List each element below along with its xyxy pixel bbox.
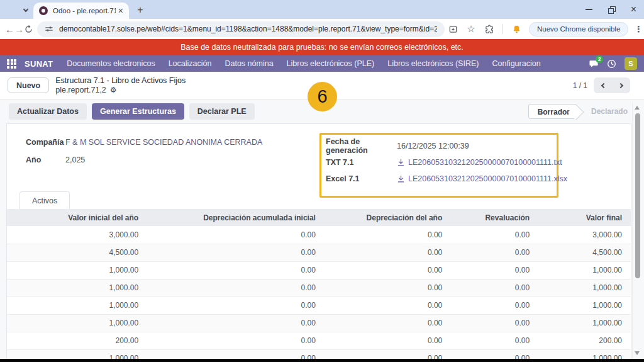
tab-search-chevron-button[interactable] (20, 4, 31, 16)
table-cell: 0.00 (147, 279, 325, 297)
declare-ple-button[interactable]: Declarar PLE (189, 103, 255, 120)
generate-structures-button[interactable]: Generar Estructuras (92, 103, 184, 120)
scrollbar-up-arrow[interactable] (635, 106, 640, 110)
record-subtitle: ple.report.71,2 (55, 86, 106, 95)
menu-configuracion[interactable]: Configuracion (492, 59, 540, 68)
table-cell: 1,000.00 (7, 314, 147, 332)
table-cell: 0.00 (451, 261, 538, 279)
window-minimize-button[interactable] (586, 9, 592, 10)
table-row[interactable]: 1,000.000.000.000.001,000.00 (7, 261, 631, 279)
screen-bottom-edge (0, 359, 644, 362)
table-row[interactable]: 1,000.000.000.000.001,000.00 (7, 297, 631, 314)
table-cell: 0.00 (147, 297, 325, 314)
excel-file-name: LE2060531032120250000070100001111.xlsx (408, 174, 567, 183)
notification-bell-button[interactable] (508, 21, 525, 37)
table-row[interactable]: 1,000.000.000.000.001,000.00 (7, 279, 631, 297)
status-borrador[interactable]: Borrador (528, 104, 576, 119)
user-avatar[interactable]: S (625, 57, 637, 70)
table-cell: 0.00 (325, 297, 451, 314)
chrome-update-button[interactable]: Nuevo Chrome disponible (529, 22, 628, 37)
reload-button[interactable] (24, 21, 33, 37)
col-valor-inicial[interactable]: Valor inicial del año (7, 209, 147, 226)
status-declarado[interactable]: Declarado (591, 107, 628, 116)
browser-tab[interactable]: Odoo - ple.report.71,2 × (33, 3, 129, 19)
table-cell: 1,000.00 (538, 279, 631, 297)
table-header-row: Valor inicial del año Depreciación acumu… (7, 209, 631, 226)
url-bar[interactable]: democontable17.solse.pe/web#cids=1&menu_… (37, 21, 445, 37)
col-revaluacion[interactable]: Revaluación (451, 209, 538, 226)
menu-libros-sire[interactable]: Libros electrónicos (SIRE) (387, 59, 479, 68)
table-cell: 4,500.00 (7, 244, 147, 261)
tab-close-icon[interactable]: × (118, 6, 123, 15)
update-data-button[interactable]: Actualizar Datos (9, 103, 87, 120)
browser-menu-icon[interactable]: ⋮ (633, 24, 644, 34)
toolbar-divider (502, 24, 503, 34)
col-depreciacion-acumulada[interactable]: Depreciación acumulada inicial (147, 209, 325, 226)
menu-libros-ple[interactable]: Libros electrónicos (PLE) (287, 59, 375, 68)
site-settings-icon[interactable] (45, 25, 53, 33)
test-db-banner: Base de datos neutralizada para pruebas:… (0, 39, 644, 55)
table-row[interactable]: 200.000.000.000.00200.00 (7, 332, 631, 349)
install-icon (448, 25, 458, 34)
table-cell: 1,000.00 (538, 297, 631, 314)
table-cell: 0.00 (325, 226, 451, 244)
chevron-left-icon (601, 82, 606, 88)
txt-file-label: TXT 7.1 (326, 158, 397, 167)
scrollbar-down-arrow[interactable] (635, 351, 640, 355)
scrollbar-thumb[interactable] (635, 113, 640, 278)
table-cell: 0.00 (325, 314, 451, 332)
forward-button[interactable]: → (14, 21, 24, 37)
odoo-favicon-icon (39, 6, 48, 15)
window-restore-button[interactable] (608, 6, 615, 13)
settings-gear-icon[interactable]: ⚙ (110, 86, 117, 94)
navbar-systray: 2 S (589, 57, 637, 70)
company-value[interactable]: F & M SOL SERVICE SOCIEDAD ANONIMA CERRA… (65, 138, 262, 147)
menu-localizacion[interactable]: Localización (169, 59, 212, 68)
year-label: Año (26, 156, 61, 164)
table-cell: 0.00 (451, 226, 538, 244)
pager-next-button[interactable] (612, 77, 630, 93)
window-close-button[interactable]: × (631, 4, 636, 14)
vertical-scrollbar[interactable] (632, 102, 641, 359)
apps-grid-icon[interactable] (7, 59, 16, 69)
pager-previous-button[interactable] (594, 77, 612, 93)
app-brand[interactable]: SUNAT (25, 59, 53, 69)
assets-table: Valor inicial del año Depreciación acumu… (7, 209, 631, 362)
txt-download-link[interactable]: LE2060531032120250000070100001111.txt (397, 158, 562, 167)
menu-datos-nomina[interactable]: Datos nómina (225, 59, 273, 68)
col-valor-final[interactable]: Valor final (538, 209, 631, 226)
table-row[interactable]: 3,000.000.000.000.003,000.00 (7, 226, 631, 244)
activities-clock-button[interactable] (607, 59, 616, 69)
table-cell: 0.00 (325, 332, 451, 349)
col-depreciacion-anio[interactable]: Depreciación del año (325, 209, 451, 226)
new-tab-button[interactable]: + (134, 4, 147, 16)
excel-file-label: Excel 7.1 (326, 174, 397, 183)
url-text: democontable17.solse.pe/web#cids=1&menu_… (59, 25, 437, 33)
new-record-button[interactable]: Nuevo (8, 77, 49, 93)
table-cell: 0.00 (451, 244, 538, 261)
txt-file-name: LE2060531032120250000070100001111.txt (408, 158, 562, 167)
install-app-button[interactable] (445, 21, 461, 37)
record-title[interactable]: Estructura 7.1 - Libro de Activos Fijos (55, 76, 186, 86)
back-button[interactable]: ← (5, 21, 14, 37)
table-cell: 0.00 (147, 226, 325, 244)
extensions-button[interactable] (481, 21, 497, 37)
year-value[interactable]: 2,025 (65, 156, 85, 164)
bookmark-star-icon[interactable]: ☆ (463, 21, 479, 37)
table-cell: 0.00 (451, 314, 538, 332)
annotation-step-badge: 6 (308, 82, 337, 111)
table-cell: 0.00 (147, 244, 325, 261)
excel-download-link[interactable]: LE2060531032120250000070100001111.xlsx (397, 174, 567, 183)
chevron-down-icon (23, 6, 28, 11)
table-cell: 0.00 (451, 332, 538, 349)
clock-icon (607, 59, 616, 69)
app-navbar: SUNAT Documentos electronicos Localizaci… (0, 55, 644, 72)
pager-count: 1 / 1 (573, 81, 587, 90)
tab-title: Odoo - ple.report.71,2 (53, 7, 116, 14)
tab-activos[interactable]: Activos (19, 191, 70, 209)
table-row[interactable]: 4,500.000.000.000.004,500.00 (7, 244, 631, 261)
table-row[interactable]: 1,000.000.000.000.001,000.00 (7, 314, 631, 332)
messages-button[interactable]: 2 (589, 59, 599, 69)
menu-documentos-electronicos[interactable]: Documentos electronicos (67, 59, 155, 68)
assets-table-body: 3,000.000.000.000.003,000.004,500.000.00… (7, 226, 631, 362)
